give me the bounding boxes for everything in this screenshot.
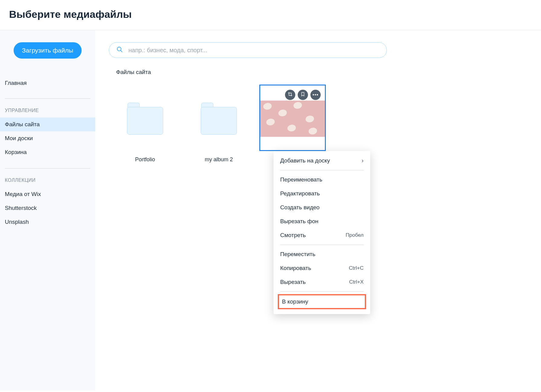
sidebar-item-wix-media[interactable]: Медиа от Wix [0, 187, 95, 201]
svg-point-0 [117, 47, 121, 51]
upload-files-button[interactable]: Загрузить файлы [14, 42, 82, 59]
search-input[interactable] [128, 47, 379, 54]
more-icon: ••• [313, 92, 319, 97]
menu-rename[interactable]: Переименовать [274, 173, 370, 187]
menu-label: Добавить на доску [280, 157, 330, 164]
sidebar-item-unsplash[interactable]: Unsplash [0, 215, 95, 229]
menu-view[interactable]: Смотреть Пробел [274, 228, 370, 242]
menu-label: Переместить [280, 251, 315, 258]
crop-button[interactable] [285, 90, 295, 100]
menu-label: Создать видео [280, 204, 319, 211]
bookmark-icon [300, 92, 305, 98]
chevron-right-icon: › [361, 157, 364, 164]
search-icon [116, 46, 123, 54]
menu-label: В корзину [282, 298, 308, 305]
menu-add-to-board[interactable]: Добавить на доску › [274, 153, 370, 168]
menu-label: Переименовать [280, 176, 322, 183]
divider [5, 98, 90, 99]
svg-line-1 [121, 50, 122, 52]
menu-label: Редактировать [280, 190, 320, 197]
folder-label: my album 2 [186, 156, 252, 163]
breadcrumb[interactable]: Файлы сайта [109, 67, 541, 85]
folder-label: Portfolio [112, 156, 178, 163]
menu-to-trash[interactable]: В корзину [278, 294, 366, 309]
search-bar[interactable] [109, 42, 387, 58]
folder-tile-my-album-2[interactable]: my album 2 [186, 85, 252, 163]
menu-edit[interactable]: Редактировать [274, 187, 370, 201]
menu-label: Вырезать фон [280, 218, 318, 225]
context-menu: Добавить на доску › Переименовать Редакт… [274, 151, 370, 314]
main-content: Файлы сайта Portfolio my album 2 [95, 30, 541, 390]
divider [5, 168, 90, 169]
menu-copy[interactable]: Копировать Ctrl+C [274, 261, 370, 275]
sidebar-item-home[interactable]: Главная [0, 77, 95, 89]
menu-shortcut: Пробел [346, 232, 364, 238]
sidebar-item-site-files[interactable]: Файлы сайта [0, 117, 95, 131]
menu-separator [280, 170, 364, 170]
menu-cut[interactable]: Вырезать Ctrl+X [274, 275, 370, 289]
folder-icon [201, 103, 237, 133]
menu-separator [280, 291, 364, 292]
menu-label: Вырезать [280, 279, 306, 285]
menu-separator [280, 245, 364, 245]
menu-shortcut: Ctrl+C [349, 265, 364, 271]
menu-label: Копировать [280, 265, 311, 272]
crop-icon [288, 92, 293, 98]
bookmark-button[interactable] [298, 90, 308, 100]
image-thumbnail: ••• [259, 85, 326, 151]
menu-cut-background[interactable]: Вырезать фон [274, 214, 370, 228]
image-preview [260, 101, 325, 137]
folder-thumbnail [186, 85, 252, 151]
thumbnail-actions: ••• [285, 90, 321, 100]
sidebar-section-manage: УПРАВЛЕНИЕ [0, 108, 95, 117]
sidebar: Загрузить файлы Главная УПРАВЛЕНИЕ Файлы… [0, 30, 95, 390]
menu-label: Смотреть [280, 232, 306, 239]
menu-create-video[interactable]: Создать видео [274, 201, 370, 214]
folder-tile-portfolio[interactable]: Portfolio [112, 85, 178, 163]
sidebar-item-shutterstock[interactable]: Shutterstock [0, 201, 95, 215]
sidebar-item-my-boards[interactable]: Мои доски [0, 131, 95, 145]
header: Выберите медиафайлы [0, 0, 541, 30]
menu-shortcut: Ctrl+X [349, 279, 364, 285]
menu-move[interactable]: Переместить [274, 247, 370, 261]
sidebar-section-collections: КОЛЛЕКЦИИ [0, 178, 95, 187]
folder-icon [127, 103, 163, 133]
folder-thumbnail [112, 85, 178, 151]
more-button[interactable]: ••• [310, 90, 321, 100]
sidebar-item-trash[interactable]: Корзина [0, 145, 95, 159]
page-title: Выберите медиафайлы [9, 8, 532, 20]
